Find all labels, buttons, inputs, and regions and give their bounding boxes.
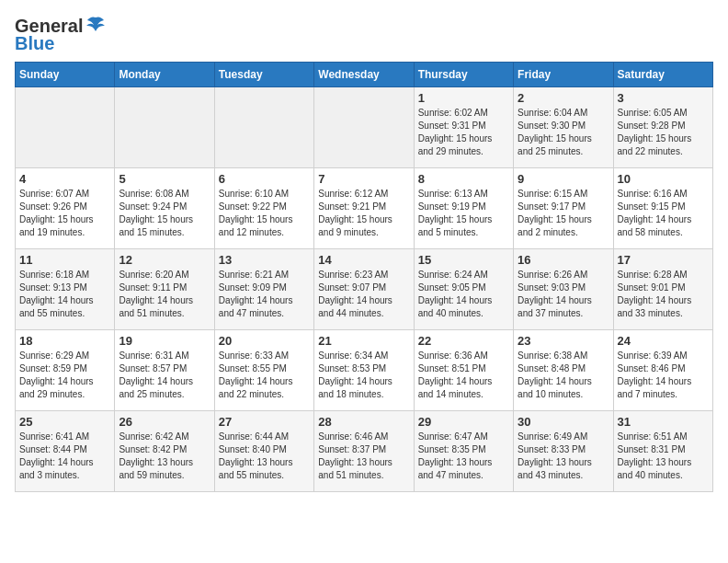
day-info: Sunrise: 6:07 AM Sunset: 9:26 PM Dayligh…: [19, 188, 110, 239]
day-number: 3: [618, 91, 709, 105]
calendar-table: SundayMondayTuesdayWednesdayThursdayFrid…: [15, 62, 713, 492]
calendar-cell: 2Sunrise: 6:04 AM Sunset: 9:30 PM Daylig…: [514, 87, 613, 168]
day-number: 24: [618, 334, 709, 348]
header-wednesday: Wednesday: [314, 63, 414, 87]
day-number: 17: [618, 253, 709, 267]
calendar-week-5: 25Sunrise: 6:41 AM Sunset: 8:44 PM Dayli…: [16, 411, 713, 492]
calendar-cell: 22Sunrise: 6:36 AM Sunset: 8:51 PM Dayli…: [414, 330, 513, 411]
day-info: Sunrise: 6:47 AM Sunset: 8:35 PM Dayligh…: [418, 431, 509, 482]
calendar-cell: 1Sunrise: 6:02 AM Sunset: 9:31 PM Daylig…: [414, 87, 513, 168]
calendar-cell: 9Sunrise: 6:15 AM Sunset: 9:17 PM Daylig…: [514, 168, 613, 249]
calendar-week-1: 1Sunrise: 6:02 AM Sunset: 9:31 PM Daylig…: [16, 87, 713, 168]
day-number: 26: [119, 415, 210, 429]
day-number: 27: [219, 415, 310, 429]
day-info: Sunrise: 6:13 AM Sunset: 9:19 PM Dayligh…: [418, 188, 509, 239]
day-number: 12: [119, 253, 210, 267]
calendar-cell: 25Sunrise: 6:41 AM Sunset: 8:44 PM Dayli…: [16, 411, 115, 492]
day-info: Sunrise: 6:39 AM Sunset: 8:46 PM Dayligh…: [618, 350, 709, 401]
day-info: Sunrise: 6:36 AM Sunset: 8:51 PM Dayligh…: [418, 350, 509, 401]
day-number: 4: [19, 172, 110, 186]
day-number: 30: [518, 415, 609, 429]
calendar-cell: 18Sunrise: 6:29 AM Sunset: 8:59 PM Dayli…: [16, 330, 115, 411]
calendar-cell: 13Sunrise: 6:21 AM Sunset: 9:09 PM Dayli…: [214, 249, 313, 330]
day-info: Sunrise: 6:08 AM Sunset: 9:24 PM Dayligh…: [119, 188, 210, 239]
day-info: Sunrise: 6:42 AM Sunset: 8:42 PM Dayligh…: [119, 431, 210, 482]
header-tuesday: Tuesday: [214, 63, 313, 87]
header-saturday: Saturday: [613, 63, 712, 87]
calendar-week-2: 4Sunrise: 6:07 AM Sunset: 9:26 PM Daylig…: [16, 168, 713, 249]
day-info: Sunrise: 6:31 AM Sunset: 8:57 PM Dayligh…: [119, 350, 210, 401]
calendar-cell: [214, 87, 313, 168]
day-number: 5: [119, 172, 210, 186]
calendar-cell: 8Sunrise: 6:13 AM Sunset: 9:19 PM Daylig…: [414, 168, 513, 249]
day-info: Sunrise: 6:29 AM Sunset: 8:59 PM Dayligh…: [19, 350, 110, 401]
calendar-cell: 23Sunrise: 6:38 AM Sunset: 8:48 PM Dayli…: [514, 330, 613, 411]
day-info: Sunrise: 6:44 AM Sunset: 8:40 PM Dayligh…: [219, 431, 310, 482]
day-info: Sunrise: 6:21 AM Sunset: 9:09 PM Dayligh…: [219, 269, 310, 320]
calendar-cell: 29Sunrise: 6:47 AM Sunset: 8:35 PM Dayli…: [414, 411, 513, 492]
day-number: 25: [19, 415, 110, 429]
day-info: Sunrise: 6:10 AM Sunset: 9:22 PM Dayligh…: [219, 188, 310, 239]
day-info: Sunrise: 6:28 AM Sunset: 9:01 PM Dayligh…: [618, 269, 709, 320]
day-number: 31: [618, 415, 709, 429]
day-info: Sunrise: 6:05 AM Sunset: 9:28 PM Dayligh…: [618, 107, 709, 158]
day-info: Sunrise: 6:51 AM Sunset: 8:31 PM Dayligh…: [618, 431, 709, 482]
calendar-cell: 14Sunrise: 6:23 AM Sunset: 9:07 PM Dayli…: [314, 249, 414, 330]
day-number: 10: [618, 172, 709, 186]
day-number: 28: [318, 415, 409, 429]
header-friday: Friday: [514, 63, 613, 87]
calendar-cell: [314, 87, 414, 168]
calendar-cell: 5Sunrise: 6:08 AM Sunset: 9:24 PM Daylig…: [115, 168, 214, 249]
calendar-cell: 16Sunrise: 6:26 AM Sunset: 9:03 PM Dayli…: [514, 249, 613, 330]
calendar-cell: 28Sunrise: 6:46 AM Sunset: 8:37 PM Dayli…: [314, 411, 414, 492]
calendar-cell: 21Sunrise: 6:34 AM Sunset: 8:53 PM Dayli…: [314, 330, 414, 411]
calendar-cell: 12Sunrise: 6:20 AM Sunset: 9:11 PM Dayli…: [115, 249, 214, 330]
calendar-cell: 7Sunrise: 6:12 AM Sunset: 9:21 PM Daylig…: [314, 168, 414, 249]
day-number: 2: [518, 91, 609, 105]
calendar-cell: 10Sunrise: 6:16 AM Sunset: 9:15 PM Dayli…: [613, 168, 712, 249]
calendar-cell: [16, 87, 115, 168]
header-thursday: Thursday: [414, 63, 513, 87]
day-info: Sunrise: 6:20 AM Sunset: 9:11 PM Dayligh…: [119, 269, 210, 320]
day-info: Sunrise: 6:46 AM Sunset: 8:37 PM Dayligh…: [318, 431, 409, 482]
day-number: 15: [418, 253, 509, 267]
day-number: 13: [219, 253, 310, 267]
calendar-cell: 15Sunrise: 6:24 AM Sunset: 9:05 PM Dayli…: [414, 249, 513, 330]
day-info: Sunrise: 6:15 AM Sunset: 9:17 PM Dayligh…: [518, 188, 609, 239]
day-number: 11: [19, 253, 110, 267]
calendar-week-4: 18Sunrise: 6:29 AM Sunset: 8:59 PM Dayli…: [16, 330, 713, 411]
day-number: 19: [119, 334, 210, 348]
calendar-cell: 30Sunrise: 6:49 AM Sunset: 8:33 PM Dayli…: [514, 411, 613, 492]
day-info: Sunrise: 6:24 AM Sunset: 9:05 PM Dayligh…: [418, 269, 509, 320]
day-number: 23: [518, 334, 609, 348]
day-number: 1: [418, 91, 509, 105]
logo-blue-text: Blue: [15, 33, 54, 54]
calendar-cell: 20Sunrise: 6:33 AM Sunset: 8:55 PM Dayli…: [214, 330, 313, 411]
calendar-week-3: 11Sunrise: 6:18 AM Sunset: 9:13 PM Dayli…: [16, 249, 713, 330]
day-number: 20: [219, 334, 310, 348]
header-sunday: Sunday: [16, 63, 115, 87]
day-number: 16: [518, 253, 609, 267]
day-number: 29: [418, 415, 509, 429]
calendar-cell: 26Sunrise: 6:42 AM Sunset: 8:42 PM Dayli…: [115, 411, 214, 492]
calendar-cell: 24Sunrise: 6:39 AM Sunset: 8:46 PM Dayli…: [613, 330, 712, 411]
day-number: 8: [418, 172, 509, 186]
day-number: 14: [318, 253, 409, 267]
day-number: 18: [19, 334, 110, 348]
calendar-cell: 11Sunrise: 6:18 AM Sunset: 9:13 PM Dayli…: [16, 249, 115, 330]
day-info: Sunrise: 6:04 AM Sunset: 9:30 PM Dayligh…: [518, 107, 609, 158]
calendar-cell: 17Sunrise: 6:28 AM Sunset: 9:01 PM Dayli…: [613, 249, 712, 330]
day-info: Sunrise: 6:23 AM Sunset: 9:07 PM Dayligh…: [318, 269, 409, 320]
page-header: General Blue: [15, 15, 713, 54]
day-info: Sunrise: 6:34 AM Sunset: 8:53 PM Dayligh…: [318, 350, 409, 401]
header-monday: Monday: [115, 63, 214, 87]
day-info: Sunrise: 6:18 AM Sunset: 9:13 PM Dayligh…: [19, 269, 110, 320]
day-info: Sunrise: 6:38 AM Sunset: 8:48 PM Dayligh…: [518, 350, 609, 401]
calendar-cell: 19Sunrise: 6:31 AM Sunset: 8:57 PM Dayli…: [115, 330, 214, 411]
logo-bird-icon: [85, 15, 107, 37]
day-info: Sunrise: 6:49 AM Sunset: 8:33 PM Dayligh…: [518, 431, 609, 482]
calendar-cell: 31Sunrise: 6:51 AM Sunset: 8:31 PM Dayli…: [613, 411, 712, 492]
day-info: Sunrise: 6:02 AM Sunset: 9:31 PM Dayligh…: [418, 107, 509, 158]
calendar-cell: 3Sunrise: 6:05 AM Sunset: 9:28 PM Daylig…: [613, 87, 712, 168]
calendar-cell: 4Sunrise: 6:07 AM Sunset: 9:26 PM Daylig…: [16, 168, 115, 249]
